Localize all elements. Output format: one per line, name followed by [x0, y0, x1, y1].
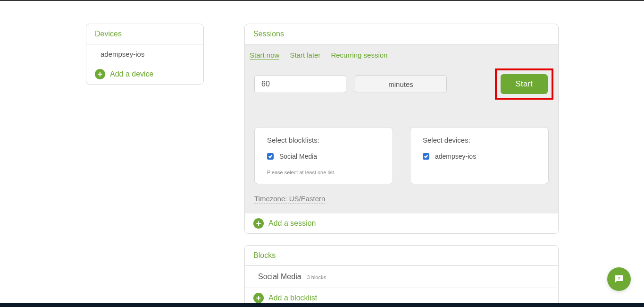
checkbox-icon[interactable] — [423, 153, 429, 160]
select-devices-title: Select devices: — [423, 136, 536, 144]
unit-select[interactable]: minutes — [355, 75, 447, 93]
add-session-label: Add a session — [268, 219, 316, 228]
add-blocklist-button[interactable]: + Add a blocklist — [245, 288, 558, 307]
selectors-row: Select blocklists: Social Media Please s… — [254, 127, 549, 184]
blocks-panel: Blocks Social Media 3 blocks + Add a blo… — [244, 245, 559, 307]
device-item[interactable]: adempsey-ios — [86, 44, 203, 64]
devices-title: Devices — [86, 24, 203, 44]
blocklist-row[interactable]: Social Media 3 blocks — [245, 266, 558, 288]
checkbox-icon[interactable] — [267, 153, 274, 160]
chat-icon: ? — [613, 273, 625, 285]
svg-text:?: ? — [618, 276, 620, 281]
plus-icon: + — [253, 293, 264, 303]
sessions-body: Start now Start later Recurring session … — [245, 44, 558, 213]
duration-input[interactable] — [254, 75, 346, 93]
blocklist-name: Social Media — [258, 273, 301, 281]
tab-recurring[interactable]: Recurring session — [331, 51, 387, 60]
blocklists-title: Select blocklists: — [267, 136, 380, 144]
sessions-panel: Sessions Start now Start later Recurring… — [244, 24, 559, 234]
tab-start-later[interactable]: Start later — [290, 51, 320, 60]
session-tabs: Start now Start later Recurring session — [250, 51, 553, 68]
blocklist-item[interactable]: Social Media — [267, 153, 380, 160]
add-session-button[interactable]: + Add a session — [245, 213, 558, 233]
tab-start-now[interactable]: Start now — [250, 51, 279, 60]
plus-icon: + — [253, 218, 264, 229]
start-row: minutes Start — [250, 68, 553, 100]
device-select-label: adempsey-ios — [435, 153, 476, 160]
add-device-button[interactable]: + Add a device — [86, 64, 203, 84]
blocks-title: Blocks — [245, 246, 558, 266]
timezone-link[interactable]: Timezone: US/Eastern — [254, 195, 325, 204]
add-device-label: Add a device — [110, 70, 154, 78]
add-blocklist-label: Add a blocklist — [268, 294, 317, 302]
device-select-item[interactable]: adempsey-ios — [423, 153, 536, 160]
sessions-title: Sessions — [245, 24, 558, 44]
start-highlight: Start — [495, 68, 553, 100]
unit-label: minutes — [388, 80, 413, 88]
plus-icon: + — [95, 69, 105, 79]
devices-card: Select devices: adempsey-ios — [410, 127, 549, 184]
blocklist-count: 3 blocks — [307, 274, 326, 280]
devices-panel: Devices adempsey-ios + Add a device — [86, 24, 204, 85]
start-button[interactable]: Start — [501, 74, 548, 94]
help-fab[interactable]: ? — [607, 267, 631, 291]
blocklists-helper: Please select at least one list. — [267, 170, 380, 175]
blocklists-card: Select blocklists: Social Media Please s… — [254, 127, 393, 184]
blocklist-item-label: Social Media — [279, 153, 317, 160]
